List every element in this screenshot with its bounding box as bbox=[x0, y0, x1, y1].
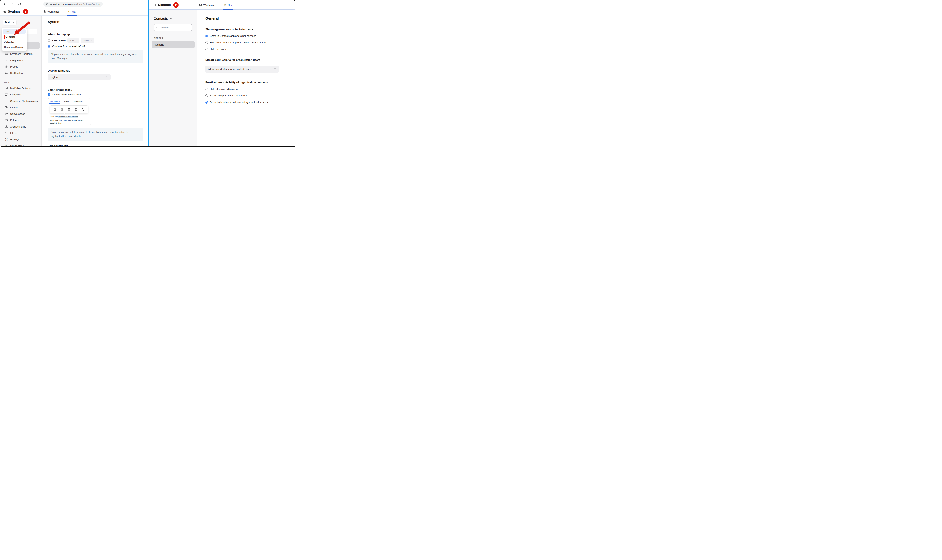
browser-back-button[interactable] bbox=[3, 2, 6, 6]
tab-workplace[interactable]: Workplace bbox=[43, 8, 60, 15]
sidebar-item-general-selected[interactable]: General bbox=[152, 41, 195, 48]
menu-item-mail[interactable]: Mail bbox=[3, 29, 26, 34]
sidebar-item-compose-customization[interactable]: Compose Customization bbox=[0, 98, 42, 104]
system-settings-main: System While starting up Land me in Mail… bbox=[42, 15, 148, 146]
screenshot-frame: workplace.zoho.com /#mail_app/settings/s… bbox=[0, 0, 296, 147]
page-title: Settings bbox=[158, 3, 171, 7]
option-show-both-emails: Show both primary and secondary email ad… bbox=[205, 101, 288, 104]
smart-create-info-box: Smart create menu lets you create Tasks,… bbox=[48, 128, 143, 140]
search-icon bbox=[156, 26, 159, 29]
export-permissions-heading: Export permissions for organization user… bbox=[205, 58, 288, 62]
browser-toolbar: workplace.zoho.com /#mail_app/settings/s… bbox=[0, 0, 148, 8]
app-switcher-menu: Mail Contacts Calendar Resource Booking bbox=[2, 28, 27, 51]
sidebar-item-out-of-office[interactable]: ✈Out of office bbox=[0, 143, 42, 146]
mail-envelope-icon bbox=[223, 3, 226, 6]
preview-tab-unread: Unread bbox=[63, 100, 69, 103]
left-settings-sidebar: Mail Mail Contacts Calendar Resource Boo… bbox=[0, 15, 42, 146]
calendar-icon bbox=[74, 108, 77, 111]
export-permissions-dropdown[interactable]: Allow export of personal contacts only bbox=[205, 66, 279, 72]
sidebar-item-conversation[interactable]: Conversation bbox=[0, 111, 42, 117]
browser-forward-button[interactable] bbox=[11, 2, 14, 6]
checkbox-smart-create-checked[interactable] bbox=[48, 93, 51, 96]
display-language-heading: Display language bbox=[48, 69, 70, 72]
sidebar-item-integrations[interactable]: Integrations bbox=[0, 57, 42, 63]
option-hide-from-contacts: Hide from Contacts app but show in other… bbox=[205, 41, 288, 44]
workplace-cube-icon bbox=[199, 3, 202, 6]
menu-item-resource-booking[interactable]: Resource Booking bbox=[2, 45, 27, 49]
bell-icon bbox=[5, 72, 8, 75]
sidebar-section-mail: MAIL bbox=[0, 80, 42, 85]
plane-icon: ✈ bbox=[5, 144, 8, 146]
radio-unselected[interactable] bbox=[205, 41, 208, 44]
sidebar-item-folders[interactable]: Folders bbox=[0, 117, 42, 123]
right-panel: Settings 2 Workplace Mail Contacts bbox=[149, 0, 295, 146]
funnel-icon bbox=[5, 131, 8, 134]
radio-unselected[interactable] bbox=[205, 88, 208, 91]
chevron-up-icon bbox=[12, 21, 14, 24]
annotation-red-box: Contacts bbox=[4, 35, 16, 39]
preview-tab-my-stream: My Stream bbox=[50, 100, 60, 103]
archive-icon bbox=[5, 125, 8, 128]
app-switcher-dropdown[interactable]: Mail bbox=[3, 20, 16, 25]
chat-icon bbox=[5, 112, 8, 115]
land-folder-dropdown[interactable]: Inbox bbox=[81, 38, 94, 43]
notes-icon bbox=[61, 108, 63, 111]
smart-create-popup bbox=[50, 106, 88, 113]
preview-hello-text: Hello and welcome to your streams ! bbox=[50, 115, 79, 118]
option-hide-all-emails: Hide all email addresses bbox=[205, 88, 288, 91]
option-show-primary-email: Show only primary email address bbox=[205, 94, 288, 97]
land-app-dropdown[interactable]: Mail bbox=[68, 38, 79, 43]
search-input[interactable] bbox=[160, 26, 187, 29]
compose-icon bbox=[5, 93, 8, 96]
layout-icon bbox=[5, 87, 8, 90]
chevron-down-icon bbox=[274, 68, 276, 71]
annotation-badge-1: 1 bbox=[23, 9, 28, 14]
radio-selected[interactable] bbox=[205, 35, 208, 37]
sidebar-item-hotkeys[interactable]: ⌘Hotkeys bbox=[0, 136, 42, 143]
sidebar-item-archive-policy[interactable]: Archive Policy bbox=[0, 123, 42, 130]
chevron-right-icon bbox=[36, 59, 39, 62]
command-icon: ⌘ bbox=[5, 138, 8, 141]
email-visibility-heading: Email address visibility of organization… bbox=[205, 81, 288, 84]
sidebar-item-keyboard-shortcuts[interactable]: Keyboard Shortcuts bbox=[0, 51, 42, 57]
language-dropdown[interactable]: English bbox=[48, 74, 111, 80]
search-box[interactable] bbox=[154, 24, 192, 31]
startup-heading: While starting up bbox=[48, 32, 70, 35]
right-app-header: Settings 2 Workplace Mail bbox=[149, 0, 295, 9]
app-switcher-label: Mail bbox=[5, 21, 10, 24]
sidebar-item-filters[interactable]: Filters bbox=[0, 130, 42, 136]
task-icon bbox=[68, 108, 70, 111]
radio-continue-selected[interactable] bbox=[48, 45, 50, 48]
keyboard-icon bbox=[5, 52, 8, 55]
sidebar-item-preset[interactable]: Preset bbox=[0, 63, 42, 70]
sidebar-item-mail-view-options[interactable]: Mail View Options bbox=[0, 85, 42, 91]
preview-tab-underline bbox=[49, 103, 60, 104]
tab-mail[interactable]: Mail bbox=[68, 8, 77, 15]
tab-workplace[interactable]: Workplace bbox=[199, 0, 215, 9]
option-show-in-contacts: Show in Contacts app and other services bbox=[205, 34, 288, 37]
tab-mail[interactable]: Mail bbox=[223, 0, 232, 9]
sidebar-item-offline[interactable]: Offline bbox=[0, 104, 42, 111]
url-host: workplace.zoho.com bbox=[50, 3, 72, 5]
page-title: Settings bbox=[8, 10, 20, 14]
continue-option: Continue from where I left off bbox=[48, 45, 85, 48]
menu-item-calendar[interactable]: Calendar bbox=[2, 40, 27, 45]
contacts-general-main: General Show organization contacts to us… bbox=[197, 9, 295, 146]
smart-create-heading: Smart create menu bbox=[48, 88, 72, 91]
chevron-down-icon bbox=[106, 76, 108, 78]
smart-create-preview-card: My Stream Unread @Mentions Hello and wel… bbox=[48, 98, 91, 125]
url-bar[interactable]: workplace.zoho.com /#mail_app/settings/s… bbox=[43, 2, 103, 6]
org-contacts-heading: Show organization contacts to users bbox=[205, 28, 288, 31]
browser-reload-button[interactable] bbox=[18, 3, 21, 6]
enable-smart-create-row: Enable smart create menu bbox=[48, 93, 82, 96]
radio-selected[interactable] bbox=[205, 101, 208, 104]
radio-unselected[interactable] bbox=[205, 94, 208, 97]
radio-land-me-in[interactable] bbox=[48, 39, 50, 42]
preview-body-text: From here, you can create groups and add… bbox=[50, 119, 88, 125]
sidebar-item-compose[interactable]: Compose bbox=[0, 91, 42, 98]
menu-item-contacts[interactable]: Contacts bbox=[2, 34, 27, 40]
left-panel: workplace.zoho.com /#mail_app/settings/s… bbox=[0, 0, 148, 146]
radio-unselected[interactable] bbox=[205, 48, 208, 51]
contacts-dropdown[interactable]: Contacts bbox=[154, 17, 172, 21]
sidebar-item-notification[interactable]: Notification bbox=[0, 70, 42, 76]
